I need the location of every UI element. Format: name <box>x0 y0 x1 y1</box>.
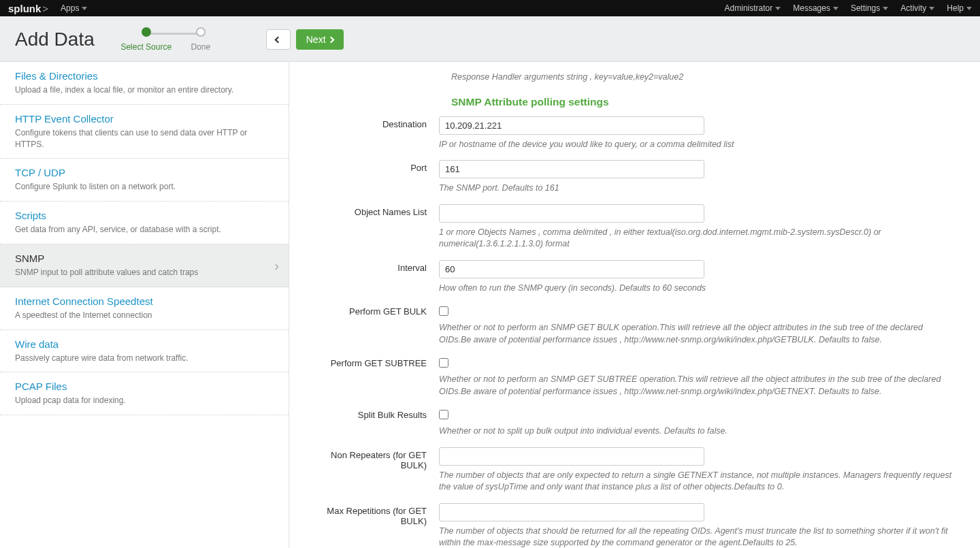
port-input[interactable] <box>439 160 704 178</box>
port-help: The SNMP port. Defaults to 161 <box>439 182 956 195</box>
next-button[interactable]: Next <box>296 29 344 50</box>
object-names-label: Object Names List <box>303 204 439 217</box>
max-repetitions-input[interactable] <box>439 503 704 521</box>
page-header: Add Data Select Source Done Next <box>0 16 980 62</box>
split-bulk-help: Whether or not to split up bulk output i… <box>439 425 956 438</box>
brand-logo[interactable]: splunk> <box>8 3 48 14</box>
interval-input[interactable] <box>439 260 704 278</box>
port-label: Port <box>303 160 439 173</box>
source-item-internet-connection-speedtest[interactable]: Internet Connection SpeedtestA speedtest… <box>0 287 289 330</box>
wizard-step-done: Done <box>174 27 228 52</box>
chevron-right-icon: › <box>274 257 279 273</box>
get-bulk-help: Whether or not to perform an SNMP GET BU… <box>439 322 956 346</box>
non-repeaters-help: The number of objects that are only expe… <box>439 470 956 494</box>
get-subtree-label: Perform GET SUBTREE <box>303 355 439 368</box>
form-area: Response Handler arguments string , key=… <box>289 62 980 548</box>
max-repetitions-label: Max Repetitions (for GET BULK) <box>303 503 439 526</box>
topbar: splunk> Apps Administrator Messages Sett… <box>0 0 980 16</box>
source-item-title: SNMP <box>15 253 275 264</box>
response-handler-help: Response Handler arguments string , key=… <box>451 71 966 84</box>
admin-menu[interactable]: Administrator <box>725 3 781 13</box>
wizard-step-select-source: Select Source <box>119 27 174 52</box>
destination-help: IP or hostname of the device you would l… <box>439 139 956 151</box>
caret-down-icon <box>883 7 888 10</box>
source-item-title: TCP / UDP <box>15 167 275 178</box>
destination-input[interactable] <box>439 116 704 135</box>
interval-label: Interval <box>303 260 439 273</box>
caret-down-icon <box>966 7 972 10</box>
next-label: Next <box>306 34 326 45</box>
source-item-desc: Passively capture wire data from network… <box>15 353 275 364</box>
source-item-title: HTTP Event Collector <box>15 113 275 125</box>
messages-menu[interactable]: Messages <box>793 3 838 13</box>
source-item-snmp[interactable]: SNMPSNMP input to poll attribute values … <box>0 244 289 287</box>
object-names-help: 1 or more Objects Names , comma delimite… <box>439 227 956 251</box>
source-item-title: Files & Directories <box>15 70 275 82</box>
source-item-tcp-udp[interactable]: TCP / UDPConfigure Splunk to listen on a… <box>0 159 289 202</box>
non-repeaters-label: Non Repeaters (for GET BULK) <box>303 447 439 470</box>
source-item-title: Scripts <box>15 210 275 221</box>
source-item-scripts[interactable]: ScriptsGet data from any API, service, o… <box>0 202 289 244</box>
object-names-input[interactable] <box>439 204 704 223</box>
source-item-desc: A speedtest of the Internet connection <box>15 310 275 321</box>
wizard-steps: Select Source Done <box>119 27 228 52</box>
source-item-http-event-collector[interactable]: HTTP Event CollectorConfigure tokens tha… <box>0 105 289 159</box>
chevron-left-icon <box>275 36 282 43</box>
step-connector <box>146 33 201 35</box>
source-item-desc: Get data from any API, service, or datab… <box>15 224 275 236</box>
source-item-files-directories[interactable]: Files & DirectoriesUpload a file, index … <box>0 62 289 105</box>
interval-help: How often to run the SNMP query (in seco… <box>439 283 956 295</box>
brand-gt: > <box>42 3 48 14</box>
non-repeaters-input[interactable] <box>439 447 704 466</box>
destination-label: Destination <box>303 116 439 129</box>
get-subtree-help: Whether or not to perform an SNMP GET SU… <box>439 374 956 398</box>
get-subtree-checkbox[interactable] <box>439 358 448 368</box>
source-item-desc: Upload pcap data for indexing. <box>15 395 275 406</box>
split-bulk-checkbox[interactable] <box>439 410 448 419</box>
source-item-desc: Upload a file, index a local file, or mo… <box>15 84 275 96</box>
activity-menu[interactable]: Activity <box>900 3 934 13</box>
step-circle-icon <box>196 27 206 37</box>
source-sidebar: Files & DirectoriesUpload a file, index … <box>0 62 289 548</box>
page-title: Add Data <box>15 29 95 50</box>
source-item-pcap-files[interactable]: PCAP FilesUpload pcap data for indexing. <box>0 372 289 415</box>
max-repetitions-help: The number of objects that should be ret… <box>439 526 956 549</box>
source-item-wire-data[interactable]: Wire dataPassively capture wire data fro… <box>0 330 289 373</box>
source-item-title: Internet Connection Speedtest <box>15 295 275 307</box>
apps-menu[interactable]: Apps <box>61 3 87 13</box>
help-menu[interactable]: Help <box>947 3 972 13</box>
get-bulk-label: Perform GET BULK <box>303 304 439 317</box>
back-button[interactable] <box>266 29 291 50</box>
source-item-desc: Configure Splunk to listen on a network … <box>15 181 275 193</box>
brand-text: splunk <box>8 3 41 14</box>
caret-down-icon <box>82 7 87 10</box>
split-bulk-label: Split Bulk Results <box>303 407 439 420</box>
caret-down-icon <box>775 7 781 10</box>
section-snmp-polling: SNMP Attribute polling settings <box>451 96 966 108</box>
settings-menu[interactable]: Settings <box>851 3 888 13</box>
step-circle-icon <box>142 27 151 37</box>
get-bulk-checkbox[interactable] <box>439 306 448 316</box>
chevron-right-icon <box>327 36 334 43</box>
source-item-title: Wire data <box>15 338 275 350</box>
source-item-desc: Configure tokens that clients can use to… <box>15 127 275 150</box>
source-item-title: PCAP Files <box>15 381 275 392</box>
source-item-desc: SNMP input to poll attribute values and … <box>15 267 275 278</box>
caret-down-icon <box>833 7 838 10</box>
caret-down-icon <box>929 7 934 10</box>
apps-label: Apps <box>61 3 79 13</box>
